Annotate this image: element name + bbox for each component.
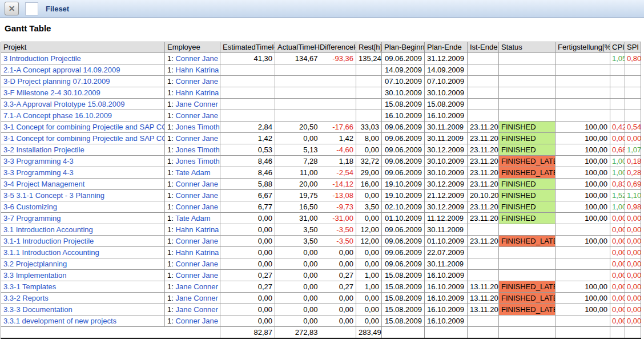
employee-link[interactable]: Jane Conner: [175, 305, 218, 314]
project-link[interactable]: 3-7 Programming: [3, 214, 61, 222]
project-link[interactable]: 3.3 Implementation: [3, 271, 67, 280]
employee-link[interactable]: Conner Jane: [175, 271, 218, 280]
employee-link[interactable]: Hahn Katrina: [175, 88, 219, 97]
employee-prefix: 1:: [167, 134, 175, 143]
header-actual-difference: ActualTimeH DifferenceH: [275, 42, 356, 53]
employee-link[interactable]: Jones Timothy: [175, 157, 220, 165]
cell-cpi: 0,00: [610, 224, 625, 236]
cell-plan-ende: 16.10.2009: [425, 315, 468, 327]
cell-employee: 1: Conner Jane: [165, 315, 220, 327]
project-link[interactable]: 3-D Project planning 07.10.2009: [3, 77, 110, 86]
cell-ist-ende: 23.11.2009: [468, 201, 499, 213]
cell-difference: -17,66: [320, 122, 356, 133]
cell-difference: 0,27: [320, 281, 356, 293]
cell-actual: 31,00: [275, 213, 320, 224]
project-link[interactable]: 3-6 Customizing: [3, 203, 57, 211]
cell-rest: [356, 64, 382, 76]
project-link[interactable]: 3-2 Installation Projectile: [3, 145, 84, 154]
employee-link[interactable]: Conner Jane: [175, 237, 218, 245]
employee-link[interactable]: Jane Conner: [175, 282, 218, 291]
table-row: 3-1 Concept for combining Projectile and…: [1, 133, 641, 144]
cell-plan-beginn: 09.06.2009: [382, 122, 425, 133]
project-link[interactable]: 3-5 3.1-1 Concept - 3 Planning: [3, 191, 104, 200]
cell-ist-ende: 23.11.2009: [468, 144, 499, 156]
fileset-checkbox[interactable]: [25, 2, 38, 15]
cell-difference: [320, 99, 356, 110]
cell-rest: 0,00: [356, 315, 382, 327]
cell-plan-ende: 30.10.2009: [425, 167, 468, 179]
employee-link[interactable]: Conner Jane: [175, 203, 218, 211]
cell-rest: 0,00: [356, 190, 382, 201]
cell-actual: 0,00: [275, 247, 320, 258]
cell-plan-beginn: 15.08.2009: [382, 281, 425, 293]
cell-cpi: 0,00: [610, 258, 625, 270]
employee-link[interactable]: Jones Timothy: [175, 123, 220, 131]
project-link[interactable]: 3-F Milestone 2-4 30.10.2009: [3, 88, 100, 97]
cell-difference: 0,00: [320, 315, 356, 327]
employee-link[interactable]: Hahn Katrina: [175, 66, 219, 74]
table-row: 3-5 3.1-1 Concept - 3 Planning1: Conner …: [1, 190, 641, 201]
project-link[interactable]: 3.3-3 Documentation: [3, 305, 73, 314]
project-link[interactable]: 3.3-A Approval Prototype 15.08.2009: [3, 100, 125, 108]
employee-link[interactable]: Conner Jane: [175, 134, 218, 143]
project-link[interactable]: 3-4 Project Management: [3, 180, 84, 188]
cell-actual: 0,00: [275, 293, 320, 304]
project-link[interactable]: 3.2 Projectplanning: [3, 260, 67, 268]
employee-link[interactable]: Tate Adam: [175, 214, 210, 222]
cell-fertigstellung: 100,00: [556, 122, 610, 133]
employee-link[interactable]: Hahn Katrina: [175, 225, 219, 234]
project-link[interactable]: 3.1.1 Introduction Accounting: [3, 248, 99, 257]
cell-fertigstellung: [556, 258, 610, 270]
cell-plan-beginn: 14.09.2009: [382, 64, 425, 76]
cell-estimated: 41,30: [220, 53, 275, 64]
employee-link[interactable]: Tate Adam: [175, 168, 210, 177]
project-link[interactable]: 3-3 Programming 4-3: [3, 168, 74, 177]
project-link[interactable]: 3-1 Concept for combining Projectile and…: [3, 123, 165, 131]
totals-rest: 283,49: [356, 327, 382, 339]
cell-cpi: [610, 99, 625, 110]
table-row: 3.3.1 development of new projects1: Conn…: [1, 315, 641, 327]
employee-link[interactable]: Conner Jane: [175, 260, 218, 268]
employee-link[interactable]: Conner Jane: [175, 111, 218, 120]
table-row: 2.1-A Concept approval 14.09.20091: Hahn…: [1, 64, 641, 76]
project-link[interactable]: 2.1-A Concept approval 14.09.2009: [3, 66, 120, 74]
project-link[interactable]: 3 Introduction Projectile: [3, 54, 81, 63]
cell-estimated: 0,00: [220, 224, 275, 236]
project-link[interactable]: 3.1-1 Introduction Projectile: [3, 237, 94, 245]
cell-employee: 1: Conner Jane: [165, 53, 220, 64]
totals-row: 82,87272,83283,49: [1, 327, 641, 339]
employee-link[interactable]: Jane Conner: [175, 294, 218, 302]
cell-ist-ende: [468, 258, 499, 270]
cell-projekt: 3-7 Programming: [1, 213, 165, 224]
cell-plan-beginn: 15.08.2009: [382, 315, 425, 327]
employee-link[interactable]: Conner Jane: [175, 180, 218, 188]
employee-link[interactable]: Jones Timothy: [175, 145, 220, 154]
cell-cpi: 0,00: [610, 236, 625, 247]
employee-prefix: 1:: [167, 180, 175, 188]
cell-ist-ende: [468, 53, 499, 64]
employee-link[interactable]: Conner Jane: [175, 54, 218, 63]
cell-employee: 1: Jones Timothy: [165, 156, 220, 167]
project-link[interactable]: 3.3.1 development of new projects: [3, 317, 116, 325]
cell-ist-ende: 23.11.2009: [468, 167, 499, 179]
cell-actual: 0,00: [275, 315, 320, 327]
employee-link[interactable]: Conner Jane: [175, 77, 218, 86]
employee-link[interactable]: Conner Jane: [175, 317, 218, 325]
project-link[interactable]: 3.3-1 Templates: [3, 282, 56, 291]
cell-status: [499, 99, 556, 110]
project-link[interactable]: 3-3 Programming 4-3: [3, 157, 74, 165]
project-link[interactable]: 3.3-2 Reports: [3, 294, 49, 302]
employee-link[interactable]: Hahn Katrina: [175, 248, 219, 257]
project-link[interactable]: 7.1-A Concept phase 16.10.2009: [3, 111, 112, 120]
employee-link[interactable]: Jane Conner: [175, 100, 218, 108]
employee-link[interactable]: Conner Jane: [175, 191, 218, 200]
cell-plan-beginn: 09.06.2009: [382, 224, 425, 236]
cell-plan-beginn: 09.06.2009: [382, 167, 425, 179]
employee-prefix: 1:: [167, 203, 175, 211]
cell-actual: 16,50: [275, 201, 320, 213]
project-link[interactable]: 3-1 Concept for combining Projectile and…: [3, 134, 165, 143]
project-link[interactable]: 3.1 Introduction Accounting: [3, 225, 93, 234]
close-button[interactable]: ✕: [5, 2, 19, 15]
cell-ist-ende: [468, 270, 499, 281]
cell-plan-beginn: 02.10.2009: [382, 201, 425, 213]
